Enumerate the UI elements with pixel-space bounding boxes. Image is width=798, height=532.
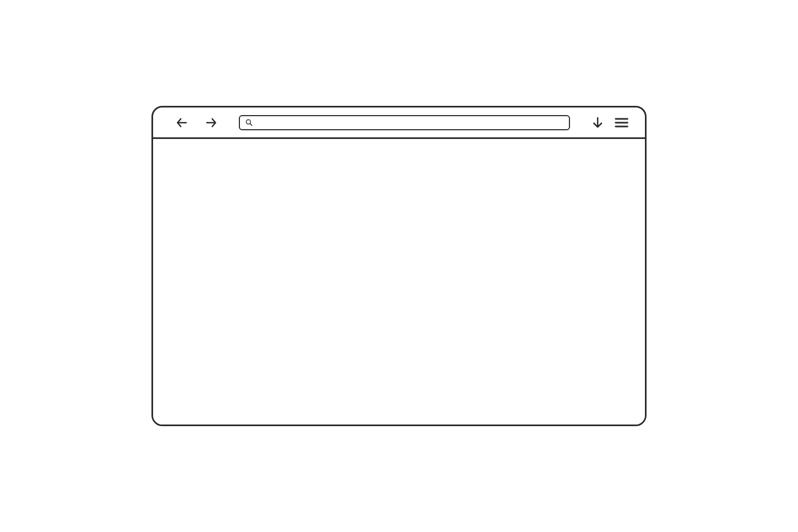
forward-button[interactable] (204, 116, 218, 130)
browser-window (151, 106, 647, 426)
nav-button-group (175, 116, 218, 130)
back-button[interactable] (175, 116, 189, 130)
browser-content-area (153, 139, 645, 425)
search-icon (244, 118, 253, 127)
svg-line-1 (250, 124, 251, 125)
right-button-group (591, 116, 629, 130)
download-button[interactable] (591, 116, 605, 130)
hamburger-menu-icon (615, 116, 629, 129)
address-input[interactable] (256, 118, 565, 126)
menu-button[interactable] (615, 116, 629, 130)
browser-toolbar (153, 107, 645, 139)
arrow-right-icon (205, 116, 218, 129)
address-bar[interactable] (239, 115, 570, 130)
arrow-left-icon (175, 116, 188, 129)
arrow-down-icon (591, 116, 604, 129)
